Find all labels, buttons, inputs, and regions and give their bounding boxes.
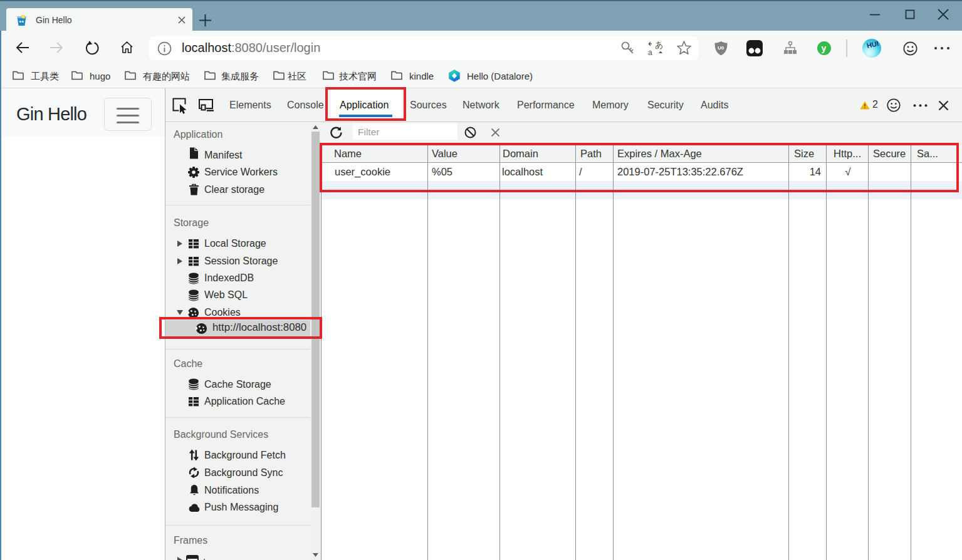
svg-text:あ: あ (655, 40, 663, 49)
svg-text:y: y (822, 43, 827, 53)
svg-text:a: a (648, 48, 652, 56)
svg-text:U0: U0 (718, 45, 724, 51)
